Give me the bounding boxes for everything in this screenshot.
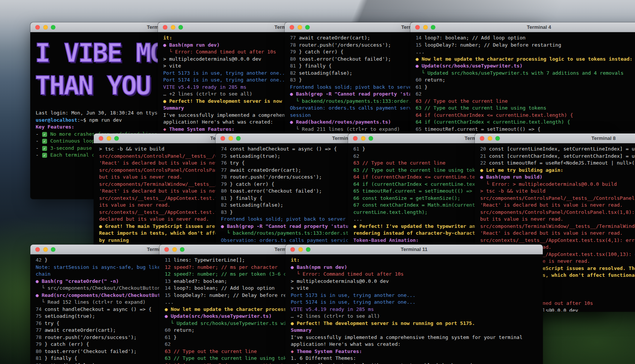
terminal-text-segment: router.push('/orders/success'); [299, 42, 391, 48]
close-button[interactable] [35, 25, 40, 30]
terminal-text-segment: 63 // Type out the current line [165, 348, 257, 354]
close-button[interactable] [164, 247, 169, 252]
terminal-text-segment: ● Let me try building again: [480, 167, 563, 173]
terminal-text-segment: 80 [290, 56, 299, 62]
terminal-text-segment: 79 [36, 341, 44, 347]
terminal-text-segment: router.push('/orders/success'); [230, 174, 322, 180]
zoom-button[interactable] [114, 136, 119, 141]
zoom-button[interactable] [236, 136, 241, 141]
close-button[interactable] [290, 247, 295, 252]
terminal-line: 64 if (currentCharIndex <= currentLine.t… [416, 112, 635, 119]
terminal-text-segment: } [362, 146, 365, 152]
minimize-button[interactable] [171, 25, 175, 30]
zoom-button[interactable] [305, 25, 310, 30]
terminal-line: > multiplecodeterminals@0.0.0 dev [291, 278, 543, 285]
terminal-text-segment: └ [165, 320, 176, 326]
terminal-text-segment: 66 const tokenSize = getTokenSize(); [353, 195, 460, 201]
terminal-text-segment: const [currentCharIndex, setCurrentCharI… [489, 153, 635, 159]
terminal-text-segment: it: [291, 257, 299, 263]
minimize-button[interactable] [172, 247, 177, 252]
minimize-button[interactable] [423, 25, 428, 30]
close-button[interactable] [290, 25, 294, 30]
terminal-text-segment: └ [163, 49, 175, 55]
terminal-content-terminal-4[interactable]: 14 loop?: boolean; // Add loop option15 … [410, 32, 635, 140]
terminal-text-segment: but its value is never read. [99, 174, 182, 180]
close-button[interactable] [353, 136, 358, 141]
minimize-button[interactable] [228, 136, 233, 141]
minimize-button[interactable] [107, 136, 111, 141]
terminal-text-segment: } finally { [299, 63, 331, 69]
terminal-text-segment: 61 [353, 146, 362, 152]
window-controls [415, 25, 435, 30]
zoom-button[interactable] [51, 247, 55, 252]
window-controls [35, 25, 55, 30]
window-controls [99, 136, 119, 141]
terminal-text-segment: const timeoutRef = useRef<NodeJS.Timeout… [489, 160, 635, 166]
terminal-text-segment: 61 [416, 84, 424, 90]
titlebar-terminal-4[interactable]: Terminal 4 [410, 22, 635, 32]
terminal-text-segment: Summary [163, 105, 184, 111]
terminal-text-segment: 'React' is declared but its value is nev… [480, 202, 623, 208]
minimize-button[interactable] [361, 136, 366, 141]
terminal-text-segment: ● Now let me update the character proces… [416, 56, 632, 62]
terminal-text-segment: session [290, 112, 311, 118]
close-button[interactable] [99, 136, 103, 141]
minimize-button[interactable] [298, 247, 303, 252]
terminal-text-segment: chain [36, 271, 50, 277]
zoom-button[interactable] [178, 25, 183, 30]
terminal-text-segment: Error: Command timed out after 10s [303, 271, 403, 277]
minimize-button[interactable] [43, 247, 48, 252]
close-button[interactable] [35, 247, 40, 252]
terminal-text-segment: it: [163, 35, 172, 41]
close-button[interactable] [480, 136, 484, 141]
terminal-line: 15 loopDelay?: number; // Delay before r… [416, 42, 635, 49]
terminal-line: ● Let me try building again: [480, 167, 635, 174]
terminal-text-segment: ... [165, 299, 173, 305]
terminal-text-segment: setLoading(false); [230, 202, 283, 208]
close-button[interactable] [415, 25, 420, 30]
terminal-line: VITE v5.4.19 ready in 285 ms [291, 306, 543, 313]
terminal-text-segment: } [299, 77, 302, 83]
terminal-text-segment: └ [290, 98, 302, 104]
terminal-text-segment: 78 [221, 174, 230, 180]
window-terminal-11[interactable]: Terminal 11it:● Bash(npm run dev) └ Erro… [285, 245, 543, 364]
terminal-text-segment: 61 [165, 334, 173, 340]
zoom-button[interactable] [431, 25, 435, 30]
minimize-button[interactable] [298, 25, 302, 30]
terminal-line: ● Bash(npm run dev) [291, 264, 543, 271]
window-controls [353, 136, 373, 141]
terminal-text-segment: toast.error('Checkout failed'); [299, 56, 391, 62]
minimize-button[interactable] [488, 136, 492, 141]
terminal-text-segment: > tsc -b && vite build [480, 188, 545, 194]
terminal-text-segment: 65 timeoutRef.current = setTimeout(() =>… [353, 188, 478, 194]
terminal-content-terminal-11[interactable]: it:● Bash(npm run dev) └ Error: Command … [285, 254, 543, 364]
titlebar-terminal-8[interactable]: Terminal 8 [475, 133, 635, 143]
terminal-line: I've successfully implemented a comprehe… [291, 334, 543, 341]
zoom-button[interactable] [306, 247, 310, 252]
terminal-text-segment: await createOrder(cart); [230, 167, 301, 173]
terminal-text-segment: 77 [221, 167, 230, 173]
terminal-text-segment: Port 5174 is in use, trying another one.… [291, 299, 416, 305]
zoom-button[interactable] [51, 25, 55, 30]
terminal-line: 14 loop?: boolean; // Add loop option [416, 35, 635, 42]
window-controls [290, 247, 310, 252]
terminal-line: 65 timeoutRef.current = setTimeout(() =>… [416, 126, 635, 133]
minimize-button[interactable] [43, 25, 48, 30]
terminal-line: src/components/ControlsPanel/ControlsPan… [480, 209, 635, 216]
window-controls [221, 136, 241, 141]
terminal-text-segment: 81 [290, 63, 299, 69]
terminal-line: ● Now let me update the character proces… [416, 56, 635, 63]
terminal-text-segment: Frontend looks solid; pivot back to serv… [221, 216, 369, 222]
zoom-button[interactable] [180, 247, 184, 252]
terminal-text-segment: ● Bash(npm run dev) [163, 42, 220, 48]
terminal-text-segment: } [44, 257, 47, 263]
titlebar-terminal-11[interactable]: Terminal 11 [285, 245, 543, 254]
terminal-text-segment: user@localhost [36, 117, 77, 123]
terminal-text-segment: … +2 lines (ctrl+r to see all) [163, 91, 252, 97]
close-button[interactable] [163, 25, 167, 30]
zoom-button[interactable] [495, 136, 500, 141]
close-button[interactable] [221, 136, 225, 141]
terminal-text-segment: its value is never read. [99, 202, 170, 208]
terminal-text-segment: 11 [165, 257, 173, 263]
zoom-button[interactable] [369, 136, 373, 141]
